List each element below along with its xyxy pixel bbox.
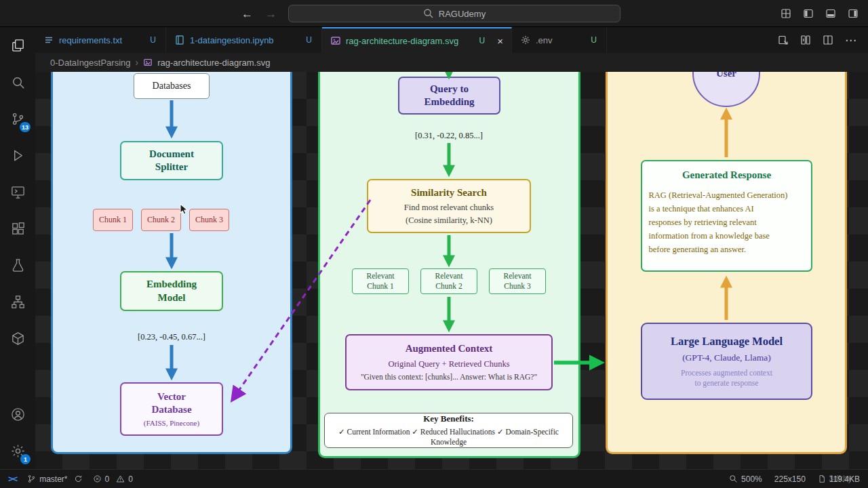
- similarity-line1: Find most relevant chunks: [404, 202, 494, 213]
- source-control-badge: 13: [20, 122, 31, 132]
- panel-response-generation: User Generated Response RAG (Retrieval-A…: [606, 72, 847, 454]
- chunk-3-box: Chunk 3: [189, 209, 229, 231]
- package-cube-icon: [10, 331, 26, 346]
- status-bar: >< master* 0 0 500% 225x150: [0, 469, 868, 488]
- relevant-chunk-line2: Chunk 2: [435, 281, 462, 291]
- query-line1: Query to: [430, 83, 469, 96]
- editor-actions: ⋯: [778, 27, 868, 53]
- embedding-vector-text: [0.23, -0.45, 0.67...]: [104, 332, 239, 342]
- tab-label: 1-dataingestion.ipynb: [190, 35, 274, 45]
- similarity-title: Similarity Search: [411, 186, 487, 200]
- dimensions-value: 225x150: [774, 474, 806, 484]
- more-actions-icon[interactable]: ⋯: [845, 35, 857, 46]
- llm-box: Large Language Model (GPT-4, Claude, Lla…: [641, 323, 812, 400]
- breadcrumb-file[interactable]: rag-architecture-diagram.svg: [157, 58, 270, 68]
- chunk-1-box: Chunk 1: [93, 209, 133, 231]
- sidebar-item-testing[interactable]: [0, 247, 35, 283]
- command-center-search[interactable]: RAGUdemy: [288, 5, 620, 22]
- remote-indicator[interactable]: ><: [8, 474, 17, 484]
- toggle-panel-icon[interactable]: [825, 8, 836, 19]
- branch-name: master*: [39, 474, 67, 484]
- databases-label: Databases: [153, 80, 191, 92]
- sidebar-item-remote-explorer[interactable]: [0, 174, 35, 210]
- breadcrumb-folder[interactable]: 0-DataIngestParsing: [50, 58, 131, 68]
- sync-icon: [74, 474, 83, 483]
- git-status-letter: U: [306, 35, 313, 45]
- problems-status[interactable]: 0 0: [93, 474, 133, 484]
- user-circle: User: [692, 72, 760, 107]
- env-gear-icon: [520, 35, 531, 45]
- sidebar-item-extensions[interactable]: [0, 210, 35, 247]
- forward-arrow-icon[interactable]: →: [265, 8, 277, 20]
- accounts-icon: [10, 407, 26, 422]
- query-vector-text: [0.31, -0.22, 0.85...]: [381, 131, 517, 141]
- augmented-context-box: Augmented Context Original Query + Retri…: [345, 334, 553, 390]
- svg-preview-canvas[interactable]: Databases Document Splitter Chunk 1 Chun…: [35, 72, 868, 469]
- warning-icon: [116, 474, 125, 483]
- sidebar-item-source-control[interactable]: 13: [0, 100, 35, 137]
- embedding-line2: Model: [158, 291, 186, 305]
- sidebar-item-hierarchy[interactable]: [0, 283, 35, 320]
- embedding-model-box: Embedding Model: [120, 271, 223, 311]
- status-left: >< master* 0 0: [8, 474, 133, 484]
- zoom-icon: [729, 474, 738, 483]
- tab-rag-architecture-svg[interactable]: rag-architecture-diagram.svg U ×: [322, 27, 512, 53]
- toggle-sidebar-left-icon[interactable]: [803, 8, 814, 19]
- tab-label: requirements.txt: [59, 35, 122, 45]
- sidebar-item-explorer[interactable]: [0, 27, 35, 64]
- notebook-file-icon: [174, 35, 185, 45]
- back-arrow-icon[interactable]: ←: [241, 8, 253, 20]
- vectordb-line2: Database: [151, 403, 191, 417]
- tab-label: .env: [536, 35, 553, 45]
- open-changes-icon[interactable]: [800, 35, 811, 45]
- close-tab-icon[interactable]: ×: [497, 36, 503, 46]
- query-line2: Embedding: [424, 96, 474, 109]
- relevant-chunk-line2: Chunk 1: [367, 281, 393, 291]
- hierarchy-icon: [10, 294, 26, 310]
- benefits-line: ✓ Current Information ✓ Reduced Hallucin…: [325, 427, 572, 447]
- document-splitter-box: Document Splitter: [120, 141, 223, 180]
- tab-dataingestion-ipynb[interactable]: 1-dataingestion.ipynb U: [166, 27, 322, 53]
- splitter-line1: Document: [149, 148, 194, 161]
- error-icon: [93, 474, 102, 483]
- open-preview-icon[interactable]: [778, 35, 789, 45]
- explorer-icon: [10, 38, 26, 54]
- generated-response-line: before generating an answer.: [649, 243, 805, 256]
- llm-line3: to generate response: [695, 378, 759, 388]
- activity-bar: 13 1: [0, 27, 35, 469]
- sidebar-item-settings[interactable]: 1: [0, 432, 35, 469]
- similarity-line2: (Cosine similarity, k-NN): [406, 215, 492, 226]
- tab-env[interactable]: .env U: [512, 27, 607, 53]
- chevron-right-icon: ›: [136, 57, 139, 68]
- generated-response-line: is a technique that enhances AI: [649, 202, 805, 216]
- sidebar-item-search[interactable]: [0, 64, 35, 100]
- zoom-status[interactable]: 500%: [729, 474, 762, 484]
- search-icon: [10, 75, 26, 90]
- toggle-sidebar-right-icon[interactable]: [848, 8, 859, 19]
- git-status-letter: U: [479, 36, 487, 45]
- panel-document-indexing: Databases Document Splitter Chunk 1 Chun…: [51, 72, 292, 454]
- relevant-chunk-line1: Relevant: [504, 271, 532, 281]
- generated-response-line: information from a knowledge base: [649, 229, 805, 243]
- branch-status[interactable]: master*: [27, 474, 82, 484]
- augmented-title: Augmented Context: [406, 342, 493, 356]
- git-status-letter: U: [591, 35, 598, 45]
- vectordb-line3: (FAISS, Pinecone): [144, 418, 199, 428]
- llm-line2: Processes augmented context: [681, 368, 772, 378]
- sidebar-item-package[interactable]: [0, 320, 35, 357]
- generated-response-line: responses by retrieving relevant: [649, 216, 805, 229]
- sidebar-item-accounts[interactable]: [0, 396, 35, 432]
- svg-file-icon: [330, 35, 341, 46]
- file-size: 119.4KB: [818, 474, 860, 484]
- sidebar-item-run-debug[interactable]: [0, 137, 35, 174]
- relevant-chunk-3-box: Relevant Chunk 3: [489, 268, 546, 294]
- extensions-icon: [10, 221, 26, 237]
- key-benefits-box: Key Benefits: ✓ Current Information ✓ Re…: [324, 413, 573, 448]
- tab-requirements-txt[interactable]: requirements.txt U: [35, 27, 166, 53]
- remote-explorer-icon: [10, 184, 26, 200]
- file-icon: [818, 474, 826, 483]
- query-embedding-box: Query to Embedding: [398, 77, 500, 115]
- split-editor-icon[interactable]: [823, 35, 833, 45]
- llm-line1: (GPT-4, Claude, Llama): [682, 352, 771, 364]
- layout-grid-icon[interactable]: [781, 8, 791, 19]
